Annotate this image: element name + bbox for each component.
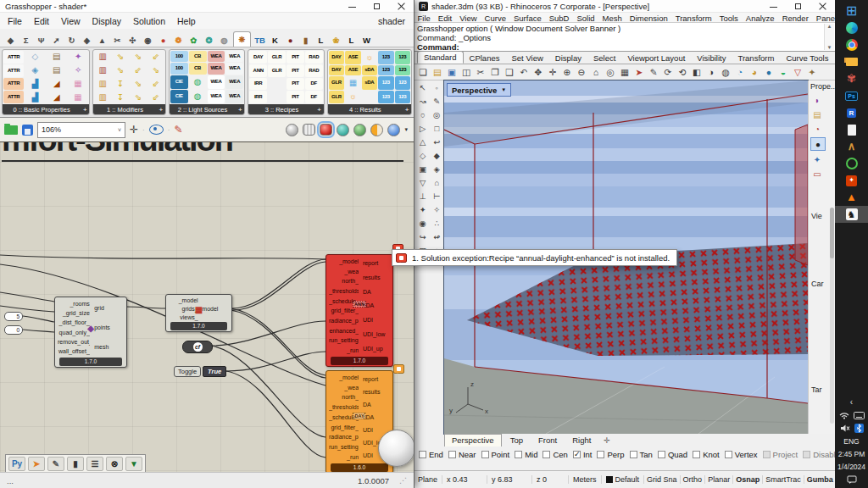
wireframe-preview-icon[interactable] [303, 124, 315, 136]
gh-widget-icon[interactable]: Py [8, 457, 25, 471]
expand-icon[interactable]: + [403, 106, 411, 114]
gh-component-icon[interactable]: ⇘ [147, 64, 164, 77]
component-output[interactable]: model [202, 306, 229, 313]
gh-plugin-tab-icon[interactable]: ❁ [172, 33, 185, 47]
component-input[interactable]: wall_offset_ [58, 348, 90, 355]
osnap-checkbox[interactable]: Knot [693, 450, 720, 459]
gh-component-icon[interactable]: IRR [249, 78, 267, 91]
gh-component-icon[interactable]: WEA [208, 63, 225, 74]
viewport-tab[interactable]: Perspective [444, 434, 502, 446]
gh-component-icon[interactable]: DAY [329, 51, 344, 64]
gh-component-icon[interactable] [268, 91, 286, 103]
gh-component-sensor-grid[interactable]: _rooms_grid_size_dist_floor_quad_only_re… [54, 297, 127, 368]
rhino-tool-icon[interactable]: ⊥ [416, 190, 430, 202]
clock-time[interactable]: 2:45 PM [838, 450, 865, 458]
rhino-toolbar-icon[interactable]: ◎ [604, 65, 617, 79]
gh-component-icon[interactable] [362, 91, 377, 104]
rhino-toolbar-icon[interactable]: ↶ [517, 65, 531, 79]
save-file-icon[interactable] [22, 125, 33, 136]
checkbox-icon[interactable] [419, 451, 426, 458]
gh-file-dropdown[interactable]: shader [372, 16, 412, 26]
expand-icon[interactable]: + [157, 106, 165, 114]
taskbar-app-icon[interactable] [835, 53, 868, 70]
rhino-toolbar-icon[interactable]: ⟳ [661, 65, 675, 79]
command-scrollbar[interactable]: ▲▼ [824, 24, 834, 50]
gh-component-icon[interactable]: ⇘ [112, 64, 129, 77]
gh-component-icon[interactable]: PIT [287, 51, 304, 64]
preview-visibility-icon[interactable] [149, 125, 164, 135]
gh-component-icon[interactable]: ◍ [189, 90, 207, 103]
rhino-tool-icon[interactable]: ↩ [431, 136, 444, 148]
gh-component-icon[interactable]: 100 [170, 51, 188, 62]
component-input[interactable]: _rooms [58, 301, 90, 308]
gh-component-model[interactable]: _modelgrids_views_ model ▦ 1.7.0 [165, 294, 232, 332]
expand-icon[interactable]: + [315, 106, 324, 114]
gh-component-icon[interactable]: ▦ [68, 78, 88, 91]
gh-component-icon[interactable]: 100 [170, 63, 188, 74]
gh-component-icon[interactable]: DAY [249, 51, 267, 64]
component-output[interactable]: grid [94, 305, 124, 312]
rhino-tool-icon[interactable]: ↖ [416, 81, 430, 94]
gh-plugin-tab-icon[interactable]: ✿ [187, 33, 200, 47]
gh-component-icon[interactable]: RAD [305, 64, 323, 77]
gh-component-icon[interactable]: ▦ [345, 76, 360, 90]
osnap-checkbox[interactable]: Tan [630, 450, 653, 459]
checkbox-icon[interactable] [658, 451, 665, 458]
rhino-toolbar-icon[interactable]: ● [762, 65, 776, 79]
gh-component-icon[interactable]: IRR [249, 91, 267, 103]
gh-component-icon[interactable]: GLR [329, 91, 344, 104]
rhino-toolbar-icon[interactable]: ⊕ [560, 65, 574, 79]
gh-menu-item[interactable]: View [55, 16, 86, 26]
gh-component-icon[interactable]: WEA [208, 51, 225, 62]
checkbox-icon[interactable] [597, 451, 604, 458]
taskbar-app-icon[interactable]: ✾ [835, 70, 868, 87]
checkbox-icon[interactable] [481, 451, 489, 458]
gh-plugin-tab-icon[interactable]: W [360, 33, 373, 47]
gh-component-icon[interactable]: ◢ [47, 91, 67, 103]
component-output[interactable]: DA [363, 289, 390, 296]
rhino-toolbar-icon[interactable]: ❏ [416, 65, 430, 79]
document-preview-icon[interactable] [387, 124, 400, 136]
component-input[interactable]: enhanced_ [329, 328, 359, 335]
rhino-toolbar-icon[interactable]: ✂ [474, 65, 487, 79]
maximize-icon[interactable] [373, 3, 381, 10]
gh-plugin-tab-icon[interactable]: L [345, 33, 358, 47]
taskbar-app-icon[interactable] [835, 36, 868, 53]
sketch-tool-icon[interactable]: ✎ [174, 124, 182, 136]
rhino-tool-icon[interactable]: ✧ [431, 203, 444, 216]
taskbar-app-icon[interactable]: ▲ [835, 189, 868, 206]
osnap-checkbox[interactable]: Point [481, 450, 510, 459]
gh-component-cf[interactable]: cf [182, 341, 213, 353]
component-output[interactable]: UDI_low [363, 331, 390, 338]
gh-component-icon[interactable]: ATTR [3, 91, 24, 103]
status-toggle[interactable]: Gumba [804, 475, 835, 484]
gh-component-icon[interactable]: GLR [329, 76, 344, 90]
gh-component-icon[interactable]: WEA [225, 51, 243, 62]
maximize-icon[interactable] [794, 3, 802, 10]
component-input[interactable]: _run [329, 347, 359, 354]
rhino-toolbar-icon[interactable]: ✛ [546, 65, 559, 79]
rhino-tool-icon[interactable]: □ [431, 122, 444, 135]
gh-plugin-tab-icon[interactable]: ◈ [81, 33, 93, 47]
rhino-toolbar-icon[interactable]: ✎ [647, 65, 660, 79]
rhino-tool-icon[interactable]: ▽ [416, 176, 430, 189]
rhino-toolbar-icon[interactable]: ◕ [748, 65, 761, 79]
checkbox-icon[interactable] [725, 451, 732, 458]
open-file-icon[interactable] [4, 125, 18, 135]
rhino-tool-icon[interactable]: ◉ [416, 217, 430, 230]
osnap-checkbox[interactable]: Cen [542, 450, 567, 459]
rhino-tool-icon[interactable]: ↪ [416, 230, 430, 243]
gh-boolean-toggle[interactable]: Toggle True [174, 366, 226, 377]
gh-plugin-tab-icon[interactable]: ➚ [50, 33, 63, 47]
component-output[interactable]: cDA [363, 414, 390, 421]
status-toggle[interactable]: SmartTrac [763, 475, 804, 484]
gh-plugin-tab-icon[interactable]: ◍ [218, 33, 231, 47]
gh-component-icon[interactable]: CIE [170, 90, 188, 103]
component-output[interactable]: DA [363, 402, 390, 408]
number-slider[interactable]: 5 [4, 312, 23, 321]
rhino-titlebar[interactable]: R shader.3dm (93 KB) - Rhinoceros 7 Corp… [414, 0, 835, 13]
rhino-tool-icon[interactable]: ∴ [431, 217, 444, 230]
rhino-tool-icon[interactable]: ↫ [431, 230, 444, 243]
rhino-toolbar-icon[interactable]: ➤ [632, 65, 646, 79]
language-indicator[interactable]: ENG [843, 437, 859, 446]
